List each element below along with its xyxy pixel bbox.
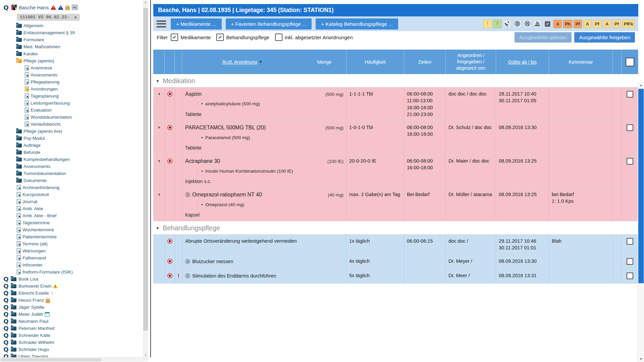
sidebar-item-patiententermine[interactable]: Patiententermine <box>0 233 143 240</box>
sidebar-hscrollbar-thumb[interactable] <box>1 358 101 361</box>
sidebar-item-warnungen[interactable]: Warnungen <box>0 247 143 254</box>
patient-item-book-lisa[interactable]: Book Lisa <box>0 276 143 283</box>
sidebar-item-termine-alt[interactable]: Termine (alt) <box>0 240 143 247</box>
unread-eye-icon[interactable] <box>167 159 172 164</box>
sidebar-item-tagestermine[interactable]: Tagestermine <box>0 219 143 226</box>
sidebar-item-evaluation[interactable]: Evaluation <box>0 107 143 114</box>
case-selector-dropdown[interactable]: 111001 VS 06.02.22- ∨ <box>17 14 80 21</box>
patient-item-uhlen-theodor[interactable]: Uhlen Theodor <box>0 353 143 357</box>
yellow-badge[interactable]: Pf <box>612 20 621 28</box>
patient-item-schneider-kalle[interactable]: Schneider Kalle <box>0 332 143 339</box>
patient-item-schrader-wilhelm[interactable]: Schrader Wilhelm <box>0 339 143 346</box>
sidebar-item-komplexbehandlungen[interactable]: Komplexbehandlungen <box>0 156 143 163</box>
orange-badge[interactable]: Ph <box>563 20 572 28</box>
expand-row-icon[interactable]: ▼ <box>158 192 161 221</box>
exclamation-yellow-badge[interactable]: ! <box>483 20 492 28</box>
sort-anordnung[interactable]: Ärztl. Anordnung ▼ <box>182 50 303 74</box>
sidebar-item-journal[interactable]: Journal <box>0 198 143 205</box>
patient-item-neumann-paul[interactable]: Neumann Paul <box>0 318 143 325</box>
yellow-badge[interactable]: A <box>583 20 592 28</box>
sidebar-item-amb-akte[interactable]: Amb. Akte <box>0 205 143 212</box>
sidebar-item-allgemein[interactable]: Allgemein <box>0 22 143 29</box>
patient-item-jäger-sybille[interactable]: Jäger Sybille <box>0 304 143 311</box>
row-select-checkbox[interactable] <box>627 238 633 245</box>
sidebar-item-archivanforderung[interactable]: Archivanforderung <box>0 184 143 191</box>
pyramid-badge[interactable] <box>533 20 542 28</box>
sidebar-item-tumordokumentation[interactable]: Tumordokumentation <box>0 170 143 177</box>
unread-eye-icon[interactable] <box>167 125 172 130</box>
order-row-aspirin[interactable]: ▼Aspirin(500 mg)•azetylsalicylsäure (500… <box>153 87 638 121</box>
sidebar-item-tagesplanung[interactable]: Tagesplanung <box>0 93 143 100</box>
patient-item-ebrecht-estelle[interactable]: Ebrecht Estelle☟ <box>0 290 143 297</box>
order-row-stimulation-des-enddarms-durchführen[interactable]: !ⒷStimulation des Enddarms durchführen5x… <box>153 269 638 284</box>
scroll-up-icon[interactable]: ▲ <box>143 1 148 4</box>
sidebar-horizontal-scrollbar[interactable] <box>0 357 148 362</box>
collapse-section-icon[interactable]: ▼ <box>156 79 160 83</box>
sort-gueltig[interactable]: Gültig ab / bis <box>508 59 537 65</box>
orange-badge[interactable]: Pf <box>574 20 582 28</box>
edit-check-badge[interactable]: ✓ <box>543 20 552 28</box>
row-select-checkbox[interactable] <box>627 91 633 98</box>
checkbox-inkl-abgesetzter-anordnungen[interactable] <box>275 34 282 41</box>
patient-item-petersen-manfred[interactable]: Petersen Manfred <box>0 325 143 332</box>
main-scrollbar-thumb[interactable] <box>638 89 644 283</box>
scroll-down-icon[interactable]: ▼ <box>638 357 644 361</box>
ausgewählte-gelesen-button[interactable]: Ausgewählte gelesen <box>515 32 572 43</box>
circle-b-badge[interactable]: Ⓑ <box>513 20 522 28</box>
checkbox-behandlungspflege[interactable] <box>216 34 224 41</box>
row-select-checkbox[interactable] <box>627 273 633 279</box>
circle-n-badge[interactable]: Ⓝ <box>523 20 532 28</box>
expand-row-icon[interactable]: ▼ <box>158 159 161 188</box>
row-select-checkbox[interactable] <box>627 124 633 131</box>
sidebar-item-psy-modul[interactable]: Psy-Modul <box>0 135 143 142</box>
sidebar-item-verlaufsbericht[interactable]: Verlaufsbericht <box>0 121 143 128</box>
scroll-up-icon[interactable]: ▲ <box>638 83 644 87</box>
sidebar-item-fallversand[interactable]: Fallversand <box>0 254 143 261</box>
sidebar-item-freiform-formulare-isik[interactable]: freiform-Formulare (ISIK) <box>0 268 143 276</box>
row-select-checkbox[interactable] <box>627 158 633 165</box>
sidebar-item-formulare[interactable]: Formulare <box>0 36 143 43</box>
sidebar-item-pflegeplanung[interactable]: Pflegeplanung <box>0 78 143 85</box>
sidebar-item-amb-akte-brief[interactable]: Amb. Akte - Brief <box>0 212 143 219</box>
sidebar-item-wochentermine[interactable]: Wochentermine <box>0 226 143 233</box>
sidebar-item-anordnungen[interactable]: Anordnungen <box>0 85 143 93</box>
sidebar-scrollbar-thumb[interactable] <box>143 8 148 330</box>
yellow-badge[interactable]: Pf <box>593 20 601 28</box>
sidebar-item-kurzprotokoll[interactable]: Kurzprotokoll <box>0 191 143 198</box>
exclamation-green-badge[interactable]: ! <box>493 20 501 28</box>
unread-eye-icon[interactable] <box>167 273 172 278</box>
sidebar-item-pflege-apenio-live[interactable]: Pflege (apenio live) <box>0 128 143 135</box>
unread-eye-icon[interactable] <box>167 92 172 97</box>
sidebar-item-wunddokumentation[interactable]: Wunddokumentation <box>0 114 143 121</box>
expand-row-icon[interactable]: ▼ <box>158 92 161 121</box>
fall-risk-badge[interactable] <box>503 20 512 28</box>
sidebar-item-dokumente[interactable]: Dokumente <box>0 177 143 184</box>
ausgewählte-freigeben-button[interactable]: Ausgewählte freigeben <box>574 32 635 43</box>
row-select-checkbox[interactable] <box>627 258 633 265</box>
toolbar-button-katalog-behandlungspflege[interactable]: + Katalog Behandlungspflege ... <box>316 18 398 29</box>
yellow-badge[interactable]: PfFk <box>622 20 635 28</box>
expand-row-icon[interactable]: ▼ <box>158 125 161 154</box>
sidebar-item-aufträge[interactable]: Aufträge <box>0 142 143 149</box>
order-row-actraphane-30[interactable]: ▼Actraphane 30(100 IE)•Insulin Human Kom… <box>153 154 638 188</box>
unread-eye-icon[interactable] <box>167 239 172 244</box>
sidebar-item-med-maßnahmen[interactable]: Med. Maßnahmen <box>0 43 143 50</box>
yellow-badge[interactable]: A <box>603 20 611 28</box>
sidebar-item-kardex[interactable]: Kardex <box>0 50 143 57</box>
order-row-paracetamol-500mg-tbl-20[interactable]: ▼PARACETAMOL 500MG TBL (20)(500 mg)•Para… <box>153 121 638 154</box>
sidebar-vertical-scrollbar[interactable]: ▲ ▼ <box>143 0 148 357</box>
order-row-blutzucker-messen[interactable]: ⒷBlutzucker messen4x täglichDr. Meyer /0… <box>153 254 638 269</box>
order-row-abrupte-ortsveränderung-weitestgehend-vermeiden[interactable]: Abrupte Ortsveränderung weitestgehend ve… <box>153 234 638 254</box>
sidebar-item-assessments[interactable]: Assessments <box>0 71 143 78</box>
sidebar-item-pflege-apenio[interactable]: Pflege (apenio) <box>0 57 143 64</box>
unread-eye-icon[interactable] <box>167 259 172 264</box>
sidebar-item-assessments[interactable]: Assessments <box>0 163 143 170</box>
order-row-omeprazol-ratiopharm-nt-40[interactable]: ▼ⒷOmeprazol-ratiopharm NT 40(40 mg)•Omep… <box>153 188 638 221</box>
toolbar-button-medikamente[interactable]: + Medikamente ... <box>171 18 222 29</box>
toolbar-button-favoriten-behandlungspflege[interactable]: + Favoriten Behandlungspflege ... <box>226 18 312 29</box>
sidebar-item-entlassmanagement-39[interactable]: Entlassmanagement § 39 <box>0 29 143 36</box>
select-all-checkbox[interactable] <box>626 58 634 66</box>
current-patient-header[interactable]: Basche Hans Ps <box>0 3 143 12</box>
scroll-down-icon[interactable]: ▼ <box>143 354 148 357</box>
main-vertical-scrollbar[interactable]: ▲ ▼ <box>638 82 644 362</box>
